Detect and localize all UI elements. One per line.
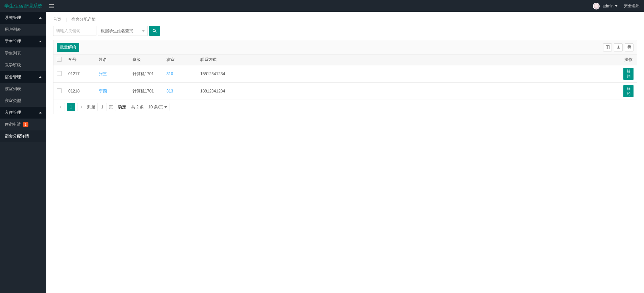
search-button[interactable] [149,26,160,36]
chevron-up-icon [39,112,42,113]
batch-cancel-button[interactable]: 批量解约 [57,43,79,52]
cell-class: 计算机1701 [129,65,163,83]
print-button[interactable] [625,43,634,51]
cell-phone: 15512341234 [197,65,620,83]
username-label: admin [602,4,614,8]
menu-item-label: 教学班级 [5,62,21,68]
student-name-link[interactable]: 张三 [99,71,107,76]
goto-suffix-label: 页 [109,104,113,110]
menu-group-0[interactable]: 系统管理 [0,12,46,24]
goto-page-input[interactable] [97,103,107,111]
row-checkbox[interactable] [57,88,62,93]
menu-group-label: 入住管理 [5,110,21,116]
col-header-op: 操作 [620,55,637,65]
main-content: 首页 | 宿舍分配详情 根据学生姓名查找 批量解约 [46,12,644,293]
chevron-right-icon [79,105,83,109]
menu-item-1-0[interactable]: 学生列表 [0,47,46,59]
svg-line-1 [155,32,157,33]
breadcrumb: 首页 | 宿舍分配详情 [46,12,644,26]
page-size-label: 10 条/页 [148,104,163,110]
export-button[interactable] [614,43,623,51]
table-row: 01217张三计算机170131015512341234解约 [53,65,637,83]
table-tools [603,43,634,51]
chevron-down-icon [142,30,145,32]
table-head: 学号 姓名 班级 寝室 联系方式 操作 [53,55,637,65]
col-header-name: 姓名 [95,55,129,65]
search-input[interactable] [53,26,96,36]
search-icon [152,28,157,33]
search-row: 根据学生姓名查找 [46,26,644,40]
cell-class: 计算机1701 [129,83,163,100]
menu-item-label: 寝室类型 [5,98,21,104]
student-name-link[interactable]: 李四 [99,89,107,93]
menu-group-label: 系统管理 [5,15,21,21]
menu-item-label: 住宿申请 [5,122,21,127]
breadcrumb-separator: | [66,17,67,22]
page-size-select[interactable]: 10 条/页 [146,103,169,111]
user-menu-button[interactable]: admin [593,3,618,9]
menu-item-label: 用户列表 [5,27,21,33]
columns-button[interactable] [603,43,612,51]
menu-group-3[interactable]: 入住管理 [0,107,46,119]
menu-item-0-0[interactable]: 用户列表 [0,24,46,36]
cell-sid: 01217 [65,65,95,83]
menu-group-1[interactable]: 学生管理 [0,36,46,47]
chevron-up-icon [39,17,42,19]
col-header-class: 班级 [129,55,163,65]
menu-group-2[interactable]: 宿舍管理 [0,71,46,83]
prev-page-button[interactable] [57,103,65,111]
chevron-down-icon [164,106,167,108]
cell-sid: 01218 [65,83,95,100]
col-header-room: 寝室 [163,55,197,65]
menu-toggle-button[interactable] [46,0,56,12]
print-icon [627,45,631,49]
col-header-phone: 联系方式 [197,55,620,65]
chevron-up-icon [39,41,42,42]
menu-item-2-0[interactable]: 寝室列表 [0,83,46,95]
menu-group-label: 宿舍管理 [5,74,21,80]
cancel-contract-button[interactable]: 解约 [623,85,634,97]
menu-item-badge: 1 [23,122,28,127]
room-link[interactable]: 310 [166,71,173,76]
chevron-up-icon [39,76,42,78]
table-body: 01217张三计算机170131015512341234解约01218李四计算机… [53,65,637,100]
allocation-table: 学号 姓名 班级 寝室 联系方式 操作 01217张三计算机1701310155… [53,54,637,100]
download-icon [616,45,621,49]
svg-point-0 [153,29,155,32]
menu-group-label: 学生管理 [5,39,21,44]
goto-confirm-button[interactable]: 确定 [115,103,129,111]
menu-item-3-0[interactable]: 住宿申请1 [0,119,46,130]
table-row: 01218李四计算机170131318812341234解约 [53,83,637,100]
search-type-select[interactable]: 根据学生姓名查找 [98,26,148,36]
logout-button[interactable]: 安全退出 [624,3,640,9]
menu-item-2-1[interactable]: 寝室类型 [0,95,46,107]
brand-title: 学生住宿管理系统 [0,0,46,12]
top-bar: 学生住宿管理系统 admin 安全退出 [0,0,644,12]
menu-item-label: 寝室列表 [5,86,21,92]
menu-item-label: 宿舍分配详情 [5,133,29,139]
page-1-button[interactable]: 1 [67,103,75,111]
menu-item-3-1[interactable]: 宿舍分配详情 [0,130,46,142]
cancel-contract-button[interactable]: 解约 [623,68,634,80]
pagination: 1 到第 页 确定 共 2 条 10 条/页 [53,100,637,114]
total-label: 共 2 条 [131,104,144,110]
menu-item-label: 学生列表 [5,50,21,56]
col-header-sid: 学号 [65,55,95,65]
hamburger-icon [49,4,54,8]
chevron-down-icon [615,5,618,7]
room-link[interactable]: 313 [166,89,173,93]
row-checkbox[interactable] [57,71,62,76]
select-all-checkbox[interactable] [57,57,62,62]
panel-header: 批量解约 [53,40,637,54]
cell-phone: 18812341234 [197,83,620,100]
search-type-label: 根据学生姓名查找 [101,28,133,34]
next-page-button[interactable] [77,103,85,111]
data-panel: 批量解约 学号 [53,40,637,114]
breadcrumb-home[interactable]: 首页 [53,17,61,22]
goto-prefix-label: 到第 [87,104,95,110]
sidebar: 系统管理用户列表学生管理学生列表教学班级宿舍管理寝室列表寝室类型入住管理住宿申请… [0,12,46,293]
avatar-icon [593,3,600,9]
menu-item-1-1[interactable]: 教学班级 [0,59,46,71]
columns-icon [605,45,610,49]
chevron-left-icon [59,105,63,109]
